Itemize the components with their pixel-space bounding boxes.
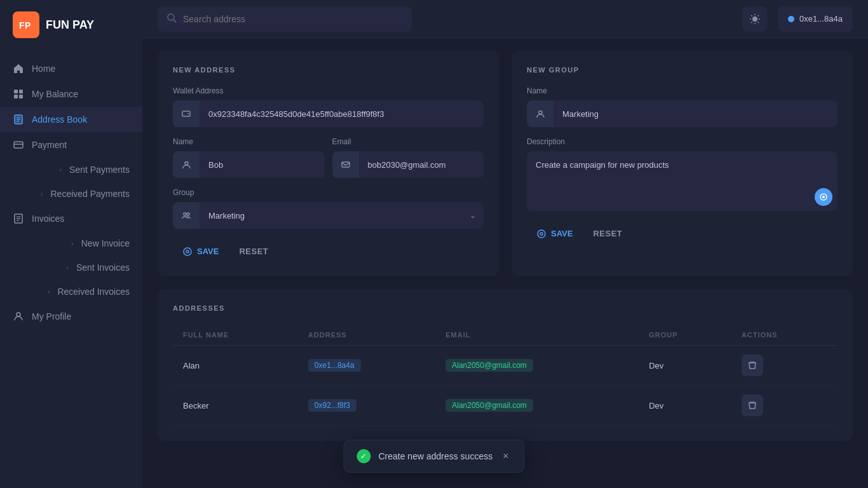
app-logo: FP FUN PAY (0, 0, 142, 50)
sidebar-item-home[interactable]: Home (0, 56, 142, 81)
sidebar-item-my-profile[interactable]: My Profile (0, 304, 142, 329)
sidebar-item-label: Address Book (32, 114, 87, 125)
svg-point-35 (186, 250, 189, 253)
toast-close-button[interactable]: × (500, 451, 511, 462)
sidebar-item-received-invoices[interactable]: › Received Invoices (0, 280, 142, 304)
balance-icon (13, 88, 24, 100)
cell-email: Alan2050@gmail.com (435, 346, 639, 386)
group-name-icon (527, 100, 553, 127)
sidebar-item-address-book[interactable]: Address Book (0, 107, 142, 132)
sidebar-item-invoices[interactable]: Invoices (0, 206, 142, 231)
new-address-card-title: NEW ADDRESS (173, 66, 484, 74)
invoices-icon (13, 213, 24, 224)
theme-toggle-button[interactable] (742, 6, 768, 32)
email-group: Email (332, 137, 484, 178)
person-icon (173, 151, 200, 178)
wallet-address-group: Wallet Address (173, 86, 484, 127)
payment-icon (13, 139, 24, 151)
col-address: ADDRESS (298, 325, 435, 346)
page-content: NEW ADDRESS Wallet Address Name (142, 38, 868, 488)
cell-group: Dev (639, 346, 731, 386)
search-container (158, 6, 412, 32)
cell-group: Dev (639, 386, 731, 426)
wallet-address-input[interactable] (200, 100, 484, 127)
new-address-save-button[interactable]: SAVE (173, 241, 229, 261)
email-badge: Alan2050@gmail.com (445, 399, 533, 412)
addresses-section: ADDRESSES FULL NAME ADDRESS EMAIL GROUP … (158, 289, 853, 441)
sidebar-item-payment[interactable]: Payment (0, 132, 142, 158)
cell-name: Becker (173, 386, 298, 426)
group-name-group: Name (527, 86, 837, 127)
new-group-save-button[interactable]: SAVE (527, 224, 583, 243)
wallet-status-dot (788, 16, 794, 22)
sidebar-item-new-invoice[interactable]: › New Invoice (0, 231, 142, 255)
name-group: Name (173, 137, 325, 178)
new-group-reset-button[interactable]: RESET (593, 229, 622, 238)
svg-point-40 (540, 233, 543, 235)
group-select[interactable]: Marketing Dev Sales Operations (200, 202, 470, 229)
ai-assist-button[interactable] (815, 188, 832, 206)
chevron-right-icon: › (48, 288, 50, 295)
group-name-label: Name (527, 86, 837, 95)
svg-rect-3 (19, 90, 23, 93)
delete-row-button[interactable] (742, 395, 763, 416)
svg-point-34 (184, 248, 191, 255)
group-icon (173, 202, 200, 229)
chevron-down-icon: ⌄ (470, 211, 484, 220)
sidebar-item-label: Sent Payments (69, 165, 130, 175)
new-address-reset-button[interactable]: RESET (239, 247, 268, 256)
sidebar-item-label: Received Invoices (57, 287, 130, 297)
addresses-section-title: ADDRESSES (173, 304, 837, 312)
address-badge: 0xe1...8a4a (308, 359, 361, 372)
svg-point-20 (752, 17, 757, 22)
profile-icon (13, 311, 24, 322)
svg-rect-4 (14, 95, 18, 98)
svg-rect-29 (182, 111, 190, 116)
delete-row-button[interactable] (742, 355, 763, 376)
group-select-wrapper: Marketing Dev Sales Operations ⌄ (173, 202, 484, 229)
group-name-input-wrapper (527, 100, 837, 127)
description-group: Description Create a campaign for new pr… (527, 137, 837, 211)
new-address-card: NEW ADDRESS Wallet Address Name (158, 51, 499, 276)
svg-rect-5 (19, 95, 23, 98)
email-input[interactable] (359, 151, 484, 178)
chevron-right-icon: › (41, 190, 43, 198)
name-input[interactable] (200, 151, 325, 178)
form-cards-row: NEW ADDRESS Wallet Address Name (158, 51, 853, 276)
svg-line-28 (751, 22, 752, 23)
email-input-wrapper (332, 151, 484, 178)
save-button-label: SAVE (197, 247, 219, 256)
table-header-row: FULL NAME ADDRESS EMAIL GROUP ACTIONS (173, 325, 837, 346)
svg-point-32 (184, 213, 186, 215)
new-address-actions: SAVE RESET (173, 241, 484, 261)
wallet-address-button[interactable]: 0xe1...8a4a (778, 6, 853, 32)
svg-point-30 (185, 161, 188, 165)
wallet-input-icon (173, 100, 200, 127)
search-input[interactable] (183, 14, 403, 24)
cell-actions (731, 386, 837, 426)
main-content: 0xe1...8a4a NEW ADDRESS Wallet Address (142, 0, 868, 488)
sidebar-item-label: New Invoice (81, 238, 130, 248)
toast-check-icon: ✓ (356, 449, 370, 463)
sidebar-item-sent-invoices[interactable]: › Sent Invoices (0, 255, 142, 280)
svg-point-17 (17, 313, 20, 316)
name-label: Name (173, 137, 325, 146)
toast-message: Create new address success (378, 451, 492, 461)
group-form-group: Group Marketing Dev Sales Operations ⌄ (173, 188, 484, 229)
sidebar-item-received-payments[interactable]: › Received Payments (0, 182, 142, 206)
sidebar-item-my-balance[interactable]: My Balance (0, 81, 142, 107)
description-label: Description (527, 137, 837, 146)
svg-line-27 (758, 15, 759, 17)
cell-address: 0x92...f8f3 (298, 386, 435, 426)
description-textarea[interactable]: Create a campaign for new products (527, 151, 837, 208)
svg-text:FP: FP (19, 20, 31, 30)
col-email: EMAIL (435, 325, 639, 346)
sidebar-item-sent-payments[interactable]: › Sent Payments (0, 158, 142, 182)
sidebar-item-label: Invoices (32, 214, 64, 224)
group-name-input[interactable] (553, 100, 837, 127)
addresses-table: FULL NAME ADDRESS EMAIL GROUP ACTIONS Al… (173, 325, 837, 426)
email-icon (332, 151, 359, 178)
search-icon (166, 13, 177, 25)
svg-rect-11 (14, 142, 23, 148)
cell-actions (731, 346, 837, 386)
